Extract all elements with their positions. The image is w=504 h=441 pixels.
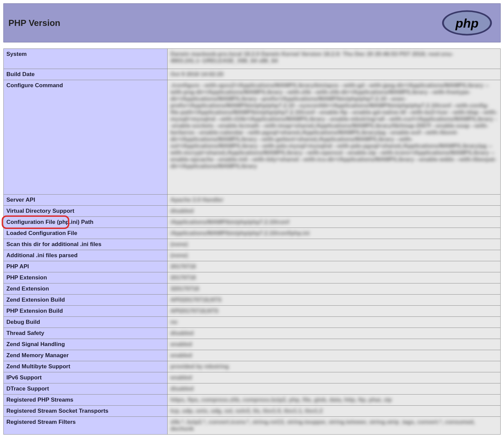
config-value: provided by mbstring [168, 361, 501, 372]
table-row: DTrace Supportdisabled [4, 383, 501, 395]
table-row: Build DateOct 9 2018 14:02:20 [4, 69, 501, 80]
config-value: (none) [168, 250, 501, 261]
config-value: disabled [168, 206, 501, 217]
config-label: Configuration File (php.ini) Path [4, 217, 168, 228]
table-row: PHP Extension20170718 [4, 272, 501, 283]
table-row: Zend Memory Managerenabled [4, 350, 501, 361]
config-label: Build Date [4, 69, 168, 80]
config-value: https, ftps, compress.zlib, compress.bzi… [168, 395, 501, 406]
config-value: API320170718,NTS [168, 295, 501, 306]
config-label: Registered Stream Filters [4, 417, 168, 435]
config-label: Virtual Directory Support [4, 206, 168, 217]
config-value: zlib.*, bzip2.*, convert.iconv.*, string… [168, 417, 501, 435]
config-value: 20170718 [168, 261, 501, 272]
config-value: enabled [168, 339, 501, 350]
config-label: Zend Signal Handling [4, 339, 168, 350]
table-row: PHP Extension BuildAPI20170718,NTS [4, 306, 501, 317]
table-row: Virtual Directory Supportdisabled [4, 206, 501, 217]
table-row: Registered Stream Filterszlib.*, bzip2.*… [4, 417, 501, 435]
config-label: Zend Multibyte Support [4, 361, 168, 372]
table-row: Debug Buildno [4, 317, 501, 328]
config-value: 20170718 [168, 272, 501, 283]
config-label: Zend Extension Build [4, 295, 168, 306]
table-row: Configuration File (php.ini) Path/Applic… [4, 217, 501, 228]
config-label: System [4, 49, 168, 69]
table-row: Additional .ini files parsed(none) [4, 250, 501, 261]
phpinfo-table: SystemDarwin macbook-pro.local 18.2.0 Da… [3, 48, 501, 435]
config-value: 320170718 [168, 283, 501, 295]
svg-text:php: php [455, 16, 479, 30]
table-row: IPv6 Supportenabled [4, 372, 501, 383]
config-value: enabled [168, 372, 501, 383]
table-row: Loaded Configuration File/Applications/M… [4, 228, 501, 239]
table-row: Thread Safetydisabled [4, 328, 501, 339]
config-value: /Applications/MAMP/bin/php/php7.2.10/con… [168, 228, 501, 239]
table-row: Zend Signal Handlingenabled [4, 339, 501, 350]
table-row: Scan this dir for additional .ini files(… [4, 239, 501, 250]
config-value: ./configure --with-apxs2=/Applications/M… [168, 80, 501, 195]
config-value: Oct 9 2018 14:02:20 [168, 69, 501, 80]
table-row: PHP API20170718 [4, 261, 501, 272]
table-row: Zend Multibyte Supportprovided by mbstri… [4, 361, 501, 372]
config-value: no [168, 317, 501, 328]
config-label: PHP Extension Build [4, 306, 168, 317]
table-row: Registered Stream Socket Transportstcp, … [4, 406, 501, 417]
table-row: Registered PHP Streamshttps, ftps, compr… [4, 395, 501, 406]
table-row: Zend Extension BuildAPI320170718,NTS [4, 295, 501, 306]
config-value: enabled [168, 350, 501, 361]
config-label: Zend Memory Manager [4, 350, 168, 361]
config-label: Loaded Configuration File [4, 228, 168, 239]
config-label: DTrace Support [4, 383, 168, 395]
config-label: Registered PHP Streams [4, 395, 168, 406]
config-label: Debug Build [4, 317, 168, 328]
config-value: tcp, udp, unix, udg, ssl, sslv3, tls, tl… [168, 406, 501, 417]
config-label: Server API [4, 195, 168, 206]
php-logo: php [438, 10, 496, 36]
config-value: disabled [168, 328, 501, 339]
table-row: SystemDarwin macbook-pro.local 18.2.0 Da… [4, 49, 501, 69]
config-value: Apache 2.0 Handler [168, 195, 501, 206]
config-value: Darwin macbook-pro.local 18.2.0 Darwin K… [168, 49, 501, 69]
config-label: Configure Command [4, 80, 168, 195]
table-row: Server APIApache 2.0 Handler [4, 195, 501, 206]
config-value: disabled [168, 383, 501, 395]
page-title: PHP Version [8, 18, 60, 28]
config-label: IPv6 Support [4, 372, 168, 383]
config-label: PHP Extension [4, 272, 168, 283]
config-label: PHP API [4, 261, 168, 272]
config-label: Registered Stream Socket Transports [4, 406, 168, 417]
config-label: Scan this dir for additional .ini files [4, 239, 168, 250]
config-label: Thread Safety [4, 328, 168, 339]
config-label: Zend Extension [4, 283, 168, 295]
config-value: /Applications/MAMP/bin/php/php7.2.10/con… [168, 217, 501, 228]
table-row: Configure Command./configure --with-apxs… [4, 80, 501, 195]
header-banner: PHP Version php [3, 3, 501, 42]
config-label: Additional .ini files parsed [4, 250, 168, 261]
table-row: Zend Extension320170718 [4, 283, 501, 295]
config-value: API20170718,NTS [168, 306, 501, 317]
config-value: (none) [168, 239, 501, 250]
